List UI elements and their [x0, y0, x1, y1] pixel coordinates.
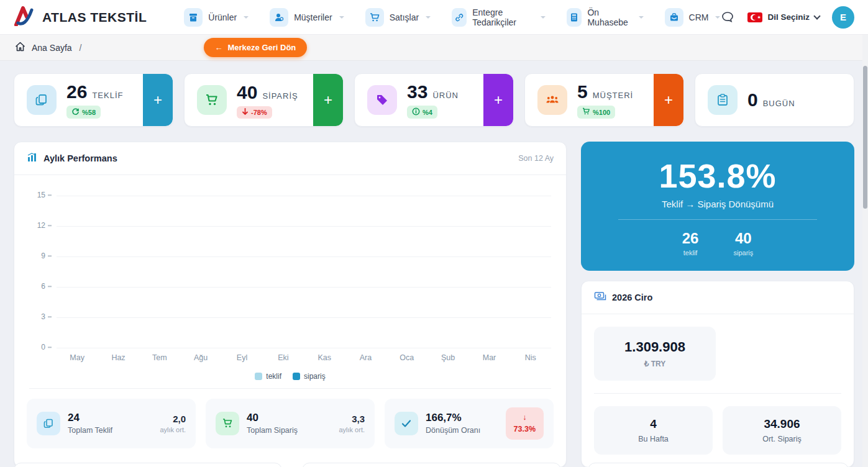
summary-value: 166,7%: [426, 412, 480, 424]
summary-label: Toplam Teklif: [68, 426, 112, 435]
home-icon[interactable]: [15, 42, 25, 54]
language-selector[interactable]: ★ Dil Seçiniz: [747, 12, 820, 22]
scrollbar-thumb[interactable]: [863, 66, 867, 209]
back-to-center-button[interactable]: ← Merkeze Geri Dön: [204, 38, 308, 57]
x-tick-label: Eyl: [221, 353, 262, 362]
nav-label: Entegre Tedarikçiler: [472, 7, 534, 27]
summary-value: 40: [247, 412, 298, 424]
divider: [29, 388, 551, 389]
language-label: Dil Seçiniz: [767, 12, 810, 22]
summary-label: Dönüşüm Oranı: [426, 426, 480, 435]
ciro-card: 2026 Ciro 1.309.908 ₺ TRY 4 Bu Hafta: [581, 281, 854, 467]
chevron-down-icon: [715, 16, 720, 19]
y-tick-label: 12: [37, 221, 52, 230]
money-icon: [594, 291, 606, 304]
user-avatar[interactable]: E: [832, 6, 854, 29]
summary-avg-label: aylık ort.: [339, 426, 365, 433]
partial-card: [588, 463, 849, 467]
stat-card-musteri: 5 MÜŞTERİ %100 +: [524, 73, 684, 127]
ciro-week-value: 4: [600, 417, 706, 431]
brand-name: ATLAS TEKSTİL: [42, 10, 147, 25]
x-tick-label: Haz: [98, 353, 139, 362]
nav-item-musteriler[interactable]: Müşteriler: [270, 8, 344, 27]
refresh-icon: [71, 107, 80, 117]
chevron-down-icon: [244, 16, 249, 19]
legend-item-sipariş[interactable]: sipariş: [293, 372, 326, 381]
bar-group-Eyl: [221, 196, 262, 348]
stat-card-teklif: 26 TEKLİF %58 +: [14, 73, 173, 127]
summary-toplam-teklif: 24 Toplam Teklif 2,0 aylık ort.: [27, 399, 196, 448]
brand-logo[interactable]: ATLAS TEKSTİL: [14, 6, 147, 29]
nav-item-crm[interactable]: CRM: [665, 8, 721, 27]
nav-item-urunler[interactable]: Ürünler: [184, 8, 249, 27]
nav-item-on-muhasebe[interactable]: Ön Muhasebe: [567, 7, 643, 27]
stat-value: 0: [747, 89, 758, 111]
x-tick-label: Mar: [468, 353, 509, 362]
bar-group-Ağu: [180, 196, 221, 348]
nav-item-entegre-tedarikciler[interactable]: Entegre Tedarikçiler: [452, 7, 546, 27]
summary-label: Toplam Sipariş: [247, 426, 298, 435]
stat-badge: %4: [407, 106, 437, 119]
x-tick-label: Nis: [510, 353, 551, 362]
bar-group-Ara: [345, 196, 386, 348]
breadcrumb-separator: /: [80, 43, 82, 53]
ciro-week-label: Bu Hafta: [600, 435, 706, 443]
chart-summary-row: 24 Toplam Teklif 2,0 aylık ort. 40 Topla…: [27, 399, 554, 448]
conversion-drop-badge: ↓ 73.3%: [506, 407, 544, 440]
summary-toplam-siparis: 40 Toplam Sipariş 3,3 aylık ort.: [206, 399, 375, 448]
breadcrumb-bar: Ana Sayfa / ← Merkeze Geri Dön: [0, 35, 868, 61]
ciro-amount-box: 1.309.908 ₺ TRY: [594, 327, 716, 381]
back-button-label: Merkeze Geri Dön: [228, 43, 296, 52]
ciro-currency: ₺ TRY: [600, 360, 710, 368]
x-tick-label: May: [57, 353, 98, 362]
main-nav: Ürünler Müşteriler Satışlar Entegre Teda…: [184, 7, 720, 27]
y-tick-label: 0: [41, 343, 52, 351]
stat-badge: %100: [577, 106, 615, 119]
stat-value: 26: [66, 81, 87, 102]
customers-icon: [270, 8, 288, 27]
atlas-logo-icon: [14, 6, 37, 29]
legend-item-teklif[interactable]: teklif: [255, 372, 281, 381]
x-tick-label: Kas: [304, 353, 345, 362]
box-icon: [184, 8, 203, 27]
legend-swatch: [255, 373, 262, 380]
x-tick-label: Oca: [386, 353, 427, 362]
stat-label: BUGÜN: [763, 99, 795, 108]
chart-legend: teklifsipariş: [14, 372, 566, 381]
add-musteri-button[interactable]: +: [654, 74, 683, 126]
chart-period: Son 12 Ay: [518, 154, 554, 163]
summary-donusum-orani: 166,7% Dönüşüm Oranı ↓ 73.3%: [385, 399, 554, 448]
chart-title: Aylık Performans: [43, 153, 117, 163]
nav-label: CRM: [689, 12, 709, 22]
add-teklif-button[interactable]: +: [143, 74, 173, 126]
bar-group-Haz: [98, 196, 139, 348]
stat-card-siparis: 40 SİPARİŞ -78% +: [184, 73, 344, 127]
bar-group-Tem: [139, 196, 180, 348]
copy-icon: [37, 412, 60, 435]
conversion-card: 153.8% Teklif → Sipariş Dönüşümü 26 tekl…: [581, 142, 854, 271]
stat-badge: %58: [66, 106, 101, 119]
breadcrumb-home[interactable]: Ana Sayfa: [32, 43, 72, 53]
nav-item-satislar[interactable]: Satışlar: [365, 8, 431, 27]
chevron-down-icon: [639, 16, 644, 19]
tag-icon: [367, 85, 397, 115]
stat-card-bugun: 0 BUGÜN: [695, 73, 854, 127]
stat-label: SİPARİŞ: [262, 91, 298, 101]
add-urun-button[interactable]: +: [483, 74, 513, 126]
app-header: ATLAS TEKSTİL Ürünler Müşteriler Satışla…: [0, 0, 868, 35]
divider: [594, 393, 841, 394]
arrow-left-icon: ←: [215, 43, 223, 52]
ciro-week-stat: 4 Bu Hafta: [594, 406, 713, 455]
x-tick-label: Şub: [427, 353, 468, 362]
bar-chart-icon: [27, 152, 38, 165]
nav-label: Ön Muhasebe: [587, 7, 631, 27]
add-siparis-button[interactable]: +: [313, 74, 343, 126]
stat-value: 33: [407, 81, 427, 102]
cart-icon: [216, 412, 239, 435]
clipboard-icon: [708, 85, 738, 115]
bar-group-May: [57, 196, 98, 348]
y-tick-label: 3: [41, 312, 52, 321]
conversion-teklif-stat: 26 teklif: [682, 230, 699, 256]
conversion-teklif-label: teklif: [682, 249, 699, 256]
chat-icon[interactable]: [720, 10, 735, 25]
